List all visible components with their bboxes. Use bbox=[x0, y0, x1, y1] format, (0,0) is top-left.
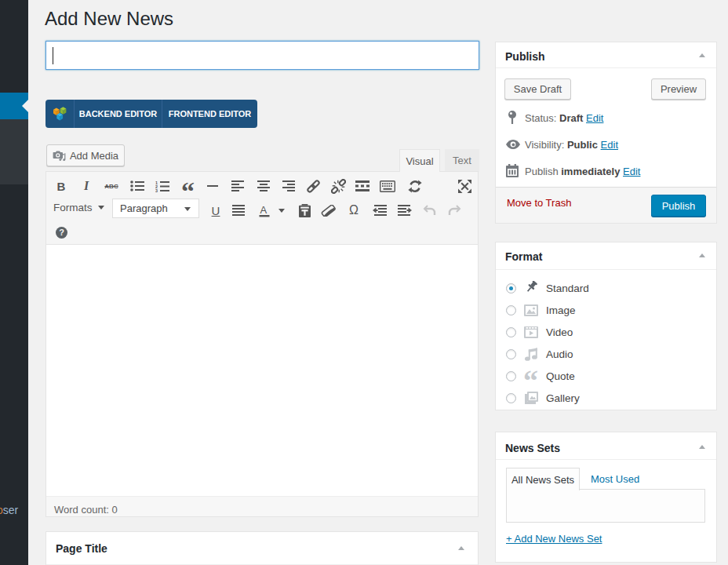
svg-text:“: “ bbox=[523, 370, 538, 383]
svg-text:A: A bbox=[260, 204, 268, 216]
svg-text:3: 3 bbox=[155, 188, 158, 192]
svg-text:“: “ bbox=[181, 180, 195, 192]
svg-text:?: ? bbox=[59, 228, 64, 237]
